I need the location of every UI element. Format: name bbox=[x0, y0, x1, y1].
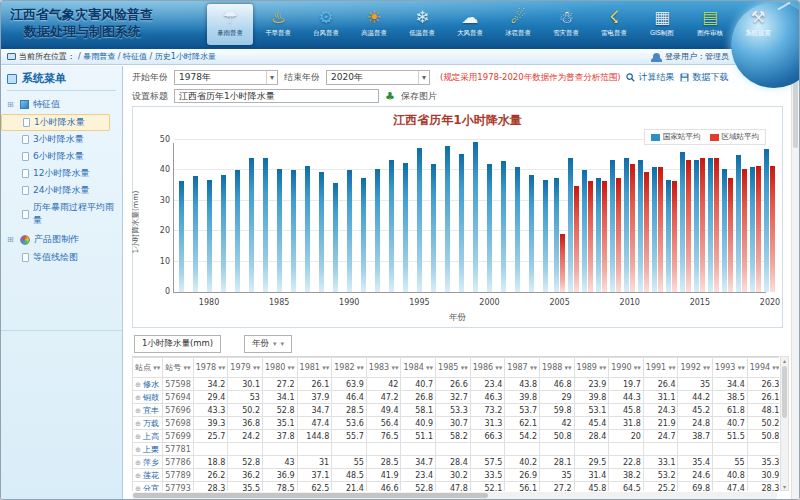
filter-icon[interactable]: ▾ bbox=[222, 364, 226, 372]
col-header-year-1994[interactable]: 1994 ▾▾ bbox=[747, 358, 779, 378]
toolbar-item-high-temp[interactable]: ☀高温普查 bbox=[351, 4, 397, 45]
col-header-year-1988[interactable]: 1988 ▾▾ bbox=[539, 358, 574, 378]
download-button[interactable]: 数据下载 bbox=[680, 71, 728, 84]
sidebar-item-12小时降水量[interactable]: 12小时降水量 bbox=[1, 165, 122, 182]
filter-icon[interactable]: ▾ bbox=[603, 364, 607, 372]
tree-expand-icon[interactable]: ⊞ bbox=[7, 235, 16, 244]
filter-icon[interactable]: ▾ bbox=[499, 364, 503, 372]
filter-icon[interactable]: ▾ bbox=[568, 364, 572, 372]
col-header-year-1991[interactable]: 1991 ▾▾ bbox=[643, 358, 678, 378]
breadcrumb-item[interactable]: 特征值 bbox=[123, 52, 147, 61]
station-name-cell[interactable]: ⊕分宜 bbox=[133, 482, 163, 492]
col-header-year-1992[interactable]: 1992 ▾▾ bbox=[678, 358, 713, 378]
station-name-cell[interactable]: ⊕铜鼓 bbox=[133, 391, 163, 404]
station-name-cell[interactable]: ⊕上栗 bbox=[133, 443, 163, 456]
filter-icon[interactable]: ▾ bbox=[672, 364, 676, 372]
scroll-up-icon[interactable]: ▴ bbox=[781, 357, 788, 364]
breadcrumb-item[interactable]: 暴雨普查 bbox=[83, 52, 115, 61]
table-row-上高[interactable]: ⊕上高5769925.724.237.8144.855.776.551.158.… bbox=[133, 430, 780, 443]
filter-icon[interactable]: ▾ bbox=[360, 364, 364, 372]
calculate-button[interactable]: 计算结果 bbox=[626, 71, 674, 84]
scrollbar-thumb[interactable] bbox=[782, 366, 787, 418]
row-expand-icon[interactable]: ⊕ bbox=[135, 472, 141, 480]
sidebar-item-历年暴雨过程平均雨量[interactable]: 历年暴雨过程平均雨量 bbox=[1, 199, 122, 229]
chart-title-input[interactable] bbox=[174, 89, 379, 103]
row-expand-icon[interactable]: ⊕ bbox=[135, 394, 141, 402]
col-header-station-id[interactable]: 站号 ▾▾ bbox=[163, 358, 193, 378]
row-expand-icon[interactable]: ⊕ bbox=[135, 381, 141, 389]
toolbar-item-snow[interactable]: ☃雪灾普查 bbox=[543, 4, 589, 45]
station-name-cell[interactable]: ⊕修水 bbox=[133, 378, 163, 391]
station-name-cell[interactable]: ⊕宜丰 bbox=[133, 404, 163, 417]
col-header-year-1987[interactable]: 1987 ▾▾ bbox=[505, 358, 540, 378]
col-header-year-1993[interactable]: 1993 ▾▾ bbox=[713, 358, 748, 378]
table-row-万载[interactable]: ⊕万载5769839.336.835.147.453.656.440.930.7… bbox=[133, 417, 780, 430]
table-horizontal-scrollbar[interactable] bbox=[132, 492, 777, 499]
table-row-上栗[interactable]: ⊕上栗57781 bbox=[133, 443, 780, 456]
filter-icon[interactable]: ▾ bbox=[157, 364, 161, 372]
tree-group-2[interactable]: ⊞产品图制作 bbox=[1, 229, 122, 249]
table-row-萍乡[interactable]: ⊕萍乡5778618.852.843315528.534.728.457.540… bbox=[133, 456, 780, 469]
scroll-down-icon[interactable]: ▾ bbox=[781, 483, 788, 490]
main-vertical-scrollbar[interactable] bbox=[791, 66, 799, 499]
table-row-分宜[interactable]: ⊕分宜5779328.335.578.562.521.446.652.847.8… bbox=[133, 482, 780, 492]
filter-icon[interactable]: ▾ bbox=[430, 364, 434, 372]
row-expand-icon[interactable]: ⊕ bbox=[135, 446, 141, 454]
sidebar-item-24小时降水量[interactable]: 24小时降水量 bbox=[1, 182, 122, 199]
table-row-宜丰[interactable]: ⊕宜丰5769643.350.252.834.728.549.458.153.3… bbox=[133, 404, 780, 417]
end-year-select[interactable]: 2020年 ▾ bbox=[326, 70, 430, 85]
col-header-year-1986[interactable]: 1986 ▾▾ bbox=[470, 358, 505, 378]
col-header-year-1984[interactable]: 1984 ▾▾ bbox=[401, 358, 436, 378]
toolbar-item-rainstorm[interactable]: ☂暴雨普查 bbox=[207, 4, 253, 45]
row-expand-icon[interactable]: ⊕ bbox=[135, 433, 141, 441]
col-header-year-1989[interactable]: 1989 ▾▾ bbox=[574, 358, 609, 378]
filter-icon[interactable]: ▾ bbox=[395, 364, 399, 372]
row-expand-icon[interactable]: ⊕ bbox=[135, 485, 141, 492]
tree-expand-icon[interactable]: ⊞ bbox=[7, 100, 16, 109]
scrollbar-thumb[interactable] bbox=[133, 493, 488, 498]
table-row-铜鼓[interactable]: ⊕铜鼓5769429.45334.137.946.447.226.832.746… bbox=[133, 391, 780, 404]
sidebar-item-3小时降水量[interactable]: 3小时降水量 bbox=[1, 131, 122, 148]
filter-icon[interactable]: ▾ bbox=[533, 364, 537, 372]
col-header-year-1980[interactable]: 1980 ▾▾ bbox=[262, 358, 297, 378]
station-name-cell[interactable]: ⊕上高 bbox=[133, 430, 163, 443]
filter-icon[interactable]: ▾ bbox=[326, 364, 330, 372]
start-year-select[interactable]: 1978年 ▾ bbox=[174, 70, 278, 85]
filter-icon[interactable]: ▾ bbox=[707, 364, 711, 372]
station-name-cell[interactable]: ⊕万载 bbox=[133, 417, 163, 430]
toolbar-item-low-temp[interactable]: ❄低温普查 bbox=[399, 4, 445, 45]
col-header-year-1981[interactable]: 1981 ▾▾ bbox=[297, 358, 332, 378]
col-header-year-1983[interactable]: 1983 ▾▾ bbox=[366, 358, 401, 378]
col-header-year-1985[interactable]: 1985 ▾▾ bbox=[436, 358, 471, 378]
col-header-year-1990[interactable]: 1990 ▾▾ bbox=[609, 358, 644, 378]
filter-icon[interactable]: ▾ bbox=[741, 364, 745, 372]
tree-group-1[interactable]: ⊞特征值 bbox=[1, 94, 122, 114]
filter-icon[interactable]: ▾ bbox=[637, 364, 641, 372]
row-expand-icon[interactable]: ⊕ bbox=[135, 420, 141, 428]
col-header-station[interactable]: 站点 ▾▾ bbox=[133, 358, 163, 378]
filter-icon[interactable]: ▾ bbox=[291, 364, 295, 372]
table-row-莲花[interactable]: ⊕莲花5778926.236.236.937.148.541.923.430.2… bbox=[133, 469, 780, 482]
sidebar-item-等值线绘图[interactable]: 等值线绘图 bbox=[1, 249, 122, 266]
col-header-year-1982[interactable]: 1982 ▾▾ bbox=[332, 358, 367, 378]
toolbar-item-gale[interactable]: ☁大风普查 bbox=[447, 4, 493, 45]
filter-icon[interactable]: ▾ bbox=[187, 364, 191, 372]
station-name-cell[interactable]: ⊕莲花 bbox=[133, 469, 163, 482]
toolbar-item-drought[interactable]: ♨干旱普查 bbox=[255, 4, 301, 45]
breadcrumb-item[interactable]: 历史1小时降水量 bbox=[155, 52, 216, 61]
toolbar-item-lightning[interactable]: ☇雷电普查 bbox=[591, 4, 637, 45]
col-header-year-1979[interactable]: 1979 ▾▾ bbox=[228, 358, 263, 378]
filter-icon[interactable]: ▾ bbox=[776, 364, 779, 372]
toolbar-item-map-review[interactable]: ▤图件审核 bbox=[687, 4, 733, 45]
sidebar-item-6小时降水量[interactable]: 6小时降水量 bbox=[1, 148, 122, 165]
row-expand-icon[interactable]: ⊕ bbox=[135, 407, 141, 415]
table-row-修水[interactable]: ⊕修水5759834.230.127.226.163.94240.726.623… bbox=[133, 378, 780, 391]
station-name-cell[interactable]: ⊕萍乡 bbox=[133, 456, 163, 469]
row-expand-icon[interactable]: ⊕ bbox=[135, 459, 141, 467]
col-header-year-1978[interactable]: 1978 ▾▾ bbox=[193, 358, 228, 378]
sidebar-item-1小时降水量[interactable]: 1小时降水量 bbox=[1, 114, 110, 131]
filter-icon[interactable]: ▾ bbox=[256, 364, 260, 372]
toolbar-item-hail[interactable]: ☄冰雹普查 bbox=[495, 4, 541, 45]
year-filter-dropdown[interactable]: 年份 ▾ ▾ bbox=[244, 335, 292, 353]
toolbar-item-settings[interactable]: ⚒系统设置 bbox=[735, 4, 781, 45]
